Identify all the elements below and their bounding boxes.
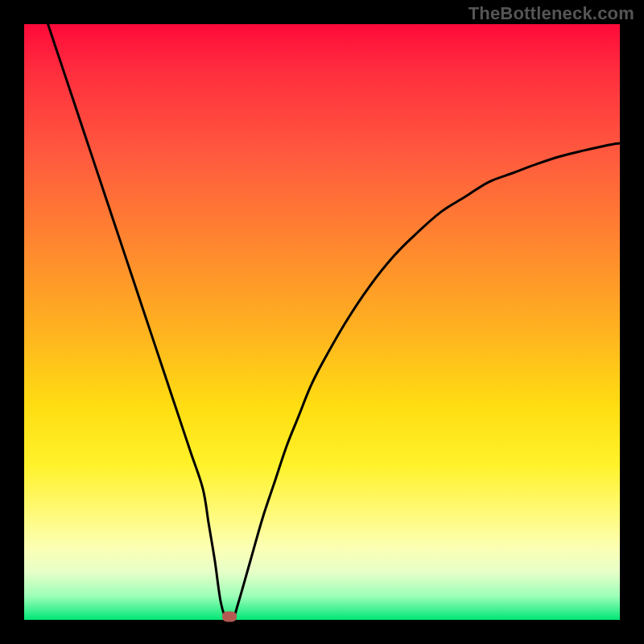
watermark-label: TheBottleneck.com xyxy=(469,3,634,24)
plot-area xyxy=(24,24,620,620)
curve-svg xyxy=(24,24,620,620)
bottleneck-curve xyxy=(48,24,620,620)
optimal-point-marker xyxy=(222,612,237,622)
